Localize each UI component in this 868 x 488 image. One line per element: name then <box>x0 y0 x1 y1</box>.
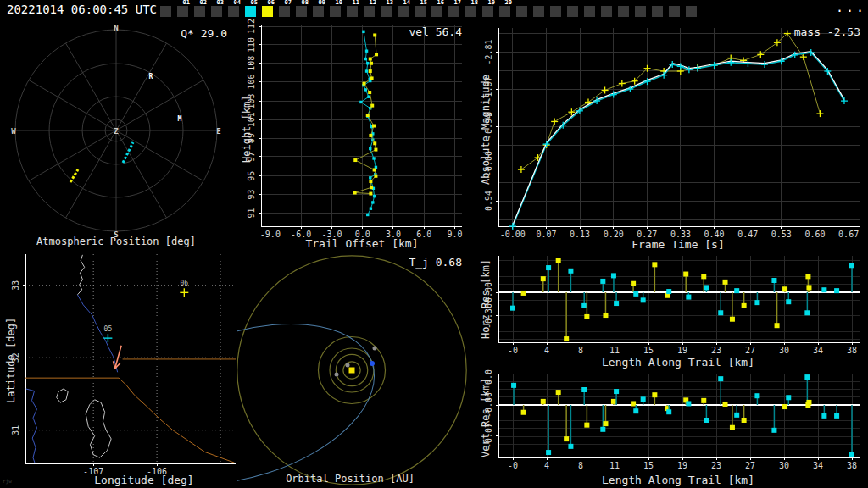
station-box <box>669 6 680 17</box>
station-box <box>601 6 612 17</box>
vertical-residuals-plot: -04811151923273034380.07-0.00-0.07 <box>475 369 868 488</box>
station-box <box>448 6 459 17</box>
station-toggle-blank-29[interactable] <box>651 0 668 19</box>
svg-text:106: 106 <box>247 75 256 90</box>
station-box <box>567 6 578 17</box>
longitude-xlabel: Longitude [deg] <box>51 474 237 486</box>
station-toggle-05[interactable]: 05 <box>244 0 261 19</box>
station-toggle-blank-0[interactable] <box>159 0 176 19</box>
trail-offset-plot: -9.0-6.0-3.00.03.06.09.01121101081061031… <box>237 19 470 251</box>
station-box <box>618 6 629 17</box>
station-number: 10 <box>336 0 342 6</box>
station-box <box>330 6 341 17</box>
station-number: 16 <box>437 0 444 6</box>
watermark: rjw <box>3 478 12 484</box>
station-toggle-19[interactable]: 19 <box>481 0 498 19</box>
station-toggle-blank-30[interactable] <box>668 0 685 19</box>
station-toggle-02[interactable]: 02 <box>193 0 210 19</box>
svg-text:11: 11 <box>609 461 620 470</box>
horz-res-ylabel: Horz Res [km] <box>480 259 492 339</box>
q-value-annotation: Q* 29.0 <box>125 27 227 40</box>
svg-text:0.60: 0.60 <box>804 230 825 239</box>
station-box <box>550 6 561 17</box>
svg-text:19: 19 <box>677 346 687 355</box>
svg-text:11: 11 <box>609 346 620 355</box>
station-toggle-03[interactable]: 03 <box>210 0 227 19</box>
station-toggle-blank-27[interactable] <box>617 0 634 19</box>
station-number: 11 <box>353 0 359 6</box>
svg-text:8: 8 <box>578 461 583 470</box>
station-toggle-12[interactable]: 12 <box>363 0 380 19</box>
svg-text:108: 108 <box>247 56 256 71</box>
svg-text:0.07: 0.07 <box>536 230 556 239</box>
ground-track-map: -107-1063332310506 <box>0 251 237 488</box>
orbital-position-plot <box>237 251 471 488</box>
station-box <box>194 6 205 17</box>
station-toggle-06[interactable]: 06 <box>261 0 278 19</box>
svg-text:8: 8 <box>578 346 583 355</box>
station-toggle-16[interactable]: 16 <box>431 0 448 19</box>
station-number: 20 <box>505 0 512 6</box>
station-box <box>415 6 426 17</box>
svg-text:110: 110 <box>247 37 256 53</box>
svg-text:30: 30 <box>779 461 789 470</box>
station-toggle-blank-21[interactable] <box>515 0 532 19</box>
svg-text:E: E <box>216 127 220 136</box>
height-ylabel: Height [km] <box>241 96 253 163</box>
station-number: 17 <box>454 0 461 6</box>
station-toggle-17[interactable]: 17 <box>448 0 465 19</box>
station-toggle-15[interactable]: 15 <box>414 0 431 19</box>
station-number: 09 <box>319 0 326 6</box>
station-toggle-blank-22[interactable] <box>532 0 549 19</box>
svg-text:30: 30 <box>779 346 789 355</box>
horz-length-xlabel: Length Along Trail [km] <box>576 356 780 369</box>
station-toggle-20[interactable]: 20 <box>498 0 515 19</box>
station-toggle-07[interactable]: 07 <box>278 0 295 19</box>
absolute-magnitude-plot: -0.000.070.130.200.270.330.400.470.530.6… <box>475 19 868 251</box>
svg-text:-0: -0 <box>508 461 518 470</box>
absolute-magnitude-ylabel: Absolute Magnitude <box>480 75 492 185</box>
frame-time-xlabel: Frame Time [s] <box>576 238 780 251</box>
station-toggle-04[interactable]: 04 <box>227 0 244 19</box>
station-box <box>177 6 188 17</box>
station-box <box>686 6 697 17</box>
svg-text:-0: -0 <box>508 346 518 355</box>
station-toggle-10[interactable]: 10 <box>329 0 346 19</box>
station-number: 15 <box>420 0 427 6</box>
mass-annotation: mass -2.53 <box>721 25 860 38</box>
station-toggle-blank-24[interactable] <box>566 0 583 19</box>
station-toggle-blank-25[interactable] <box>583 0 600 19</box>
station-number: 12 <box>370 0 376 6</box>
station-toggle-11[interactable]: 11 <box>346 0 363 19</box>
svg-text:91: 91 <box>247 208 256 218</box>
station-box <box>347 6 358 17</box>
svg-text:15: 15 <box>643 346 654 355</box>
station-toggle-18[interactable]: 18 <box>465 0 481 19</box>
tisserand-annotation: T_j 0.68 <box>356 256 462 269</box>
station-toggle-blank-23[interactable] <box>549 0 566 19</box>
overflow-menu-button[interactable]: ... <box>836 0 866 15</box>
station-number: 04 <box>234 0 241 6</box>
svg-text:4: 4 <box>544 461 549 470</box>
station-toggle-13[interactable]: 13 <box>380 0 397 19</box>
station-number: 14 <box>403 0 410 6</box>
velocity-annotation: vel 56.4 <box>352 25 462 38</box>
station-toggle-08[interactable]: 08 <box>295 0 312 19</box>
station-box <box>635 6 646 17</box>
station-toggle-blank-31[interactable] <box>685 0 702 19</box>
latitude-ylabel: Latitude [deg] <box>5 318 17 403</box>
svg-text:N: N <box>114 24 118 32</box>
station-number: 18 <box>471 0 478 6</box>
station-toggle-blank-26[interactable] <box>600 0 617 19</box>
svg-text:0.67: 0.67 <box>838 230 859 239</box>
station-number: 07 <box>285 0 292 6</box>
station-box <box>431 6 442 17</box>
svg-text:0.94: 0.94 <box>484 191 493 211</box>
station-toggle-blank-28[interactable] <box>634 0 651 19</box>
station-toggle-09[interactable]: 09 <box>312 0 329 19</box>
station-box <box>652 6 663 17</box>
station-number: 02 <box>200 0 207 6</box>
station-toggle-01[interactable]: 01 <box>176 0 193 19</box>
atmospheric-position-plot: NSEWZRM <box>0 19 237 251</box>
station-toggle-14[interactable]: 14 <box>397 0 414 19</box>
